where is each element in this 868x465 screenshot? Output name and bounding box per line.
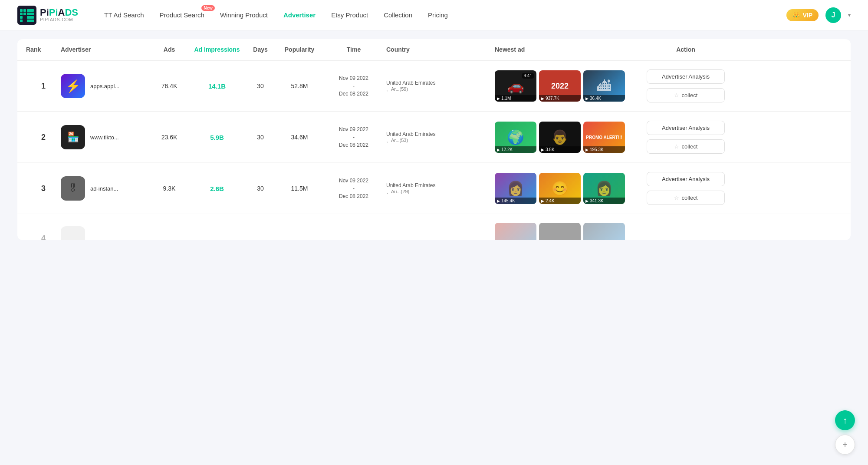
thumbnails-1: 🚗 9:41 ▶ 1.1M 2022 ▶ 937.7K: [495, 70, 647, 102]
country-2: United Arab Emirates 、Ar...(53): [386, 131, 495, 144]
advertiser-cell-3: 🎖 ad-instan...: [61, 176, 148, 201]
collect-btn-1[interactable]: ☆ collect: [647, 88, 725, 102]
time-3: Nov 09 2022 - Dec 08 2022: [321, 177, 386, 200]
popularity-2: 34.6M: [278, 134, 321, 141]
svg-rect-2: [20, 13, 23, 15]
play-icon: ▶: [497, 96, 500, 101]
svg-rect-7: [27, 9, 34, 12]
days-3: 30: [243, 185, 278, 192]
advertiser-logo-4: [61, 226, 85, 240]
ads-count-1: 76.4K: [148, 82, 191, 89]
thumb-2-2[interactable]: 👨 ▶ 3.8K: [539, 122, 581, 153]
time-1: Nov 09 2022 - Dec 08 2022: [321, 74, 386, 98]
thumb-4-2[interactable]: [539, 223, 581, 240]
advertiser-cell-2: 🏪 www.tikto...: [61, 125, 148, 149]
rank-3: 3: [26, 184, 61, 193]
thumb-2-3[interactable]: PROMO ALERT!!! ▶ 195.3K: [583, 122, 625, 153]
svg-rect-1: [20, 9, 23, 12]
logo[interactable]: PiPiADS PIPIADS.COM: [17, 6, 78, 25]
avatar[interactable]: J: [825, 7, 841, 23]
play-icon: ▶: [497, 199, 500, 203]
col-time: Time: [321, 46, 386, 53]
play-icon: ▶: [541, 96, 544, 101]
days-1: 30: [243, 82, 278, 89]
thumb-year-1: 2022: [551, 82, 569, 91]
svg-rect-6: [23, 13, 26, 15]
advertiser-logo-3: 🎖: [61, 176, 85, 201]
country-1: United Arab Emirates 、Ar...(59): [386, 80, 495, 92]
main-content: Rank Advertiser Ads Ad Impressions Days …: [0, 30, 868, 249]
table-row: 3 🎖 ad-instan... 9.3K 2.6B 30 11.5M Nov …: [17, 163, 851, 214]
header-right: 👑 VIP J ▾: [786, 7, 851, 23]
chevron-down-icon[interactable]: ▾: [848, 12, 851, 18]
rank-4: 4: [26, 234, 61, 241]
time-2: Nov 09 2022 - Dec 08 2022: [321, 125, 386, 149]
nav-pricing[interactable]: Pricing: [428, 10, 448, 20]
col-action: Action: [647, 46, 725, 53]
col-rank: Rank: [26, 46, 61, 53]
country-3: United Arab Emirates 、Au...(29): [386, 182, 495, 195]
days-2: 30: [243, 134, 278, 141]
advertiser-name-2: www.tikto...: [90, 134, 119, 141]
thumb-1-3[interactable]: 🏙 ▶ 36.4K: [583, 70, 625, 102]
main-nav: TT Ad Search Product Search New Winning …: [104, 10, 786, 20]
popularity-1: 52.8M: [278, 82, 321, 89]
advertiser-table: Rank Advertiser Ads Ad Impressions Days …: [17, 39, 851, 240]
thumb-2-1[interactable]: 🌍 ▶ 12.2K: [495, 122, 536, 153]
action-cell-2: Advertiser Analysis ☆ collect: [647, 121, 725, 154]
svg-rect-3: [20, 16, 23, 19]
thumb-4-3[interactable]: [583, 223, 625, 240]
play-icon: ▶: [585, 96, 589, 101]
action-cell-1: Advertiser Analysis ☆ collect: [647, 69, 725, 102]
col-popularity: Popularity: [278, 46, 321, 53]
col-days: Days: [243, 46, 278, 53]
advertiser-analysis-btn-3[interactable]: Advertiser Analysis: [647, 172, 725, 186]
crown-icon: 👑: [792, 12, 800, 19]
collect-btn-2[interactable]: ☆ collect: [647, 139, 725, 154]
thumb-3-2[interactable]: 😊 ▶ 2.4K: [539, 173, 581, 204]
svg-rect-10: [27, 20, 34, 22]
nav-tt-ad-search[interactable]: TT Ad Search: [104, 10, 144, 20]
main-header: PiPiADS PIPIADS.COM TT Ad Search Product…: [0, 0, 868, 30]
thumb-4-1[interactable]: [495, 223, 536, 240]
vip-button[interactable]: 👑 VIP: [786, 9, 819, 21]
nav-advertiser[interactable]: Advertiser: [283, 10, 316, 20]
new-badge: New: [201, 5, 215, 11]
table-header-row: Rank Advertiser Ads Ad Impressions Days …: [17, 39, 851, 61]
svg-rect-8: [27, 13, 34, 15]
svg-rect-5: [23, 9, 26, 12]
impressions-1: 14.1B: [191, 82, 243, 90]
nav-product-search[interactable]: Product Search New: [159, 10, 204, 20]
table-row: 2 🏪 www.tikto... 23.6K 5.9B 30 34.6M Nov…: [17, 112, 851, 163]
nav-etsy-product[interactable]: Etsy Product: [331, 10, 368, 20]
col-ad-impressions: Ad Impressions: [191, 46, 243, 53]
star-icon-2: ☆: [674, 143, 679, 150]
thumbnails-2: 🌍 ▶ 12.2K 👨 ▶ 3.8K: [495, 122, 647, 153]
logo-sub-text: PIPIADS.COM: [40, 17, 78, 22]
collect-btn-3[interactable]: ☆ collect: [647, 191, 725, 205]
action-cell-3: Advertiser Analysis ☆ collect: [647, 172, 725, 205]
advertiser-analysis-btn-1[interactable]: Advertiser Analysis: [647, 69, 725, 84]
thumb-3-1[interactable]: 👩 ▶ 145.4K: [495, 173, 536, 204]
thumb-1-1[interactable]: 🚗 9:41 ▶ 1.1M: [495, 70, 536, 102]
thumb-timer-1: 9:41: [522, 73, 534, 79]
advertiser-cell-1: ⚡ apps.appl...: [61, 74, 148, 98]
ads-count-3: 9.3K: [148, 185, 191, 192]
thumbnails-4: [495, 223, 647, 240]
svg-rect-9: [27, 16, 34, 19]
table-row: 1 ⚡ apps.appl... 76.4K 14.1B 30 52.8M No…: [17, 61, 851, 112]
thumb-3-3[interactable]: 👩 ▶ 341.3K: [583, 173, 625, 204]
advertiser-analysis-btn-2[interactable]: Advertiser Analysis: [647, 121, 725, 135]
star-icon-1: ☆: [674, 92, 679, 99]
impressions-3: 2.6B: [191, 185, 243, 192]
play-icon: ▶: [585, 199, 589, 203]
thumb-1-2[interactable]: 2022 ▶ 937.7K: [539, 70, 581, 102]
play-icon: ▶: [541, 199, 544, 203]
impressions-2: 5.9B: [191, 134, 243, 141]
advertiser-cell-4: [61, 226, 148, 240]
nav-winning-product[interactable]: Winning Product: [220, 10, 268, 20]
rank-1: 1: [26, 82, 61, 91]
col-newest-ad: Newest ad: [495, 46, 647, 53]
star-icon-3: ☆: [674, 195, 679, 201]
nav-collection[interactable]: Collection: [384, 10, 412, 20]
